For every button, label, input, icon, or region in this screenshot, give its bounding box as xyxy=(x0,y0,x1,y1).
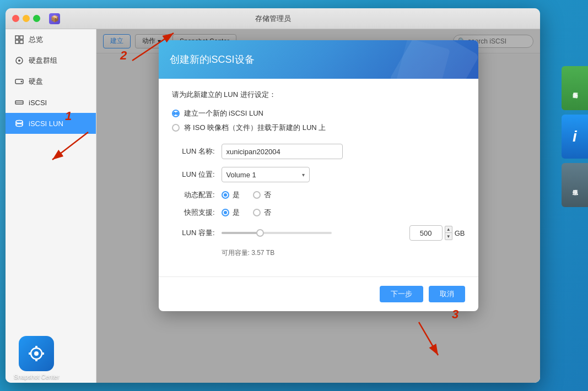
dialog-subtitle: 请为此新建立的 LUN 进行设定： xyxy=(172,90,465,100)
close-button[interactable] xyxy=(12,15,19,22)
snapshot-center-icon-img xyxy=(19,336,54,371)
radio-new-lun[interactable]: 建立一个新的 iSCSI LUN xyxy=(172,108,465,118)
title-bar: 📦 存储管理员 xyxy=(6,8,540,29)
svg-rect-2 xyxy=(15,40,19,44)
dynamic-alloc-row: 动态配置: 是 否 xyxy=(172,190,465,200)
sidebar-item-iscsi[interactable]: iSCSI xyxy=(6,92,96,113)
app-title: 存储管理员 xyxy=(255,14,291,24)
available-capacity-hint: 可用容量: 3.57 TB xyxy=(222,248,465,258)
lun-location-label: LUN 位置: xyxy=(172,170,222,180)
snapshot-no-option[interactable]: 否 xyxy=(253,208,271,218)
radio-new-lun-circle xyxy=(172,110,180,117)
snapshot-center-desktop-icon[interactable]: Snapshot Center xyxy=(14,336,60,380)
lun-name-label: LUN 名称: xyxy=(172,146,222,156)
svg-point-13 xyxy=(16,124,23,127)
svg-point-21 xyxy=(34,351,39,356)
sidebar-disk-group-label: 硬盘群组 xyxy=(29,56,57,66)
lun-capacity-slider-container xyxy=(222,232,409,234)
annotation-arrow-2 xyxy=(121,28,187,72)
dialog-body: 请为此新建立的 LUN 进行设定： 建立一个新的 iSCSI LUN xyxy=(159,79,478,271)
annotation-arrow-3 xyxy=(408,317,479,366)
dynamic-alloc-radio-group: 是 否 xyxy=(222,190,271,200)
dynamic-yes-radio xyxy=(222,191,229,199)
snapshot-yes-label: 是 xyxy=(233,208,240,218)
iscsi-lun-icon xyxy=(14,118,24,128)
dynamic-yes-label: 是 xyxy=(233,190,240,200)
radio-iso-mount-circle xyxy=(172,124,180,132)
dialog-header: 创建新的iSCSI设备 xyxy=(159,40,478,79)
sidebar-disk-label: 硬盘 xyxy=(29,77,43,86)
sidebar-iscsi-label: iSCSI xyxy=(29,99,47,107)
lun-location-row: LUN 位置: Volume 1 ▾ xyxy=(172,167,465,182)
snapshot-no-radio xyxy=(253,209,261,216)
spinner-buttons: ▲ ▼ xyxy=(445,226,452,240)
sidebar-item-disk[interactable]: 硬盘 xyxy=(6,71,96,92)
dynamic-alloc-label: 动态配置: xyxy=(172,190,222,200)
iscsi-icon xyxy=(14,97,24,107)
svg-rect-25 xyxy=(41,352,44,355)
lun-capacity-row: LUN 容量: ▲ ▼ xyxy=(172,225,465,241)
spinner-up-button[interactable]: ▲ xyxy=(445,226,452,233)
backup-icon: 备份与还原 xyxy=(562,66,588,110)
snapshot-support-label: 快照支援: xyxy=(172,208,222,218)
sidebar-item-overview[interactable]: 总览 xyxy=(6,29,96,50)
annotation-label-3: 3 xyxy=(452,307,458,322)
cancel-button[interactable]: 取消 xyxy=(429,286,465,302)
maximize-button[interactable] xyxy=(33,15,40,22)
minimize-button[interactable] xyxy=(23,15,30,22)
lun-name-input[interactable] xyxy=(222,144,343,159)
snapshot-no-label: 否 xyxy=(264,208,271,218)
svg-rect-23 xyxy=(35,359,37,361)
capacity-unit: GB xyxy=(455,229,465,237)
traffic-lights xyxy=(12,15,40,22)
radio-iso-mount[interactable]: 将 ISO 映像档（文件）挂载于新建的 LUN 上 xyxy=(172,123,465,133)
lun-name-row: LUN 名称: xyxy=(172,144,465,159)
svg-rect-3 xyxy=(20,40,23,44)
lun-capacity-label: LUN 容量: xyxy=(172,228,222,238)
right-side-icons: 备份与还原 i 系统信息 xyxy=(562,66,588,207)
annotation-label-2: 2 xyxy=(120,48,127,63)
dynamic-yes-option[interactable]: 是 xyxy=(222,190,240,200)
overview-icon xyxy=(14,35,24,45)
dynamic-no-option[interactable]: 否 xyxy=(253,190,271,200)
snapshot-yes-radio xyxy=(222,209,229,216)
snapshot-yes-option[interactable]: 是 xyxy=(222,208,240,218)
system-icon: 系统信息 xyxy=(562,163,588,207)
svg-line-17 xyxy=(132,33,174,61)
annotation-arrow-1 xyxy=(44,121,110,176)
svg-rect-22 xyxy=(35,346,37,349)
lun-capacity-slider-track[interactable] xyxy=(222,232,332,234)
sidebar-overview-label: 总览 xyxy=(29,35,43,45)
snapshot-support-row: 快照支援: 是 否 xyxy=(172,208,465,218)
sidebar: 总览 硬盘群组 硬盘 iSCSI xyxy=(6,29,96,383)
slider-fill xyxy=(222,232,260,234)
disk-icon xyxy=(14,77,24,86)
create-iscsi-dialog: 创建新的iSCSI设备 请为此新建立的 LUN 进行设定： 建立一个新的 iSC… xyxy=(159,40,478,311)
lun-type-radio-group: 建立一个新的 iSCSI LUN 将 ISO 映像档（文件）挂载于新建的 LUN… xyxy=(172,108,465,133)
lun-location-select[interactable]: Volume 1 ▾ xyxy=(222,167,310,182)
select-dropdown-icon: ▾ xyxy=(302,172,305,178)
radio-new-lun-label: 建立一个新的 iSCSI LUN xyxy=(184,108,263,118)
spinner-down-button[interactable]: ▼ xyxy=(445,233,452,240)
slider-thumb[interactable] xyxy=(256,229,264,237)
lun-capacity-input[interactable] xyxy=(409,225,443,241)
svg-rect-0 xyxy=(15,36,19,39)
disk-group-icon xyxy=(14,56,24,66)
svg-point-7 xyxy=(21,81,23,83)
svg-rect-1 xyxy=(20,36,23,39)
sidebar-item-disk-group[interactable]: 硬盘群组 xyxy=(6,50,96,71)
radio-iso-mount-label: 将 ISO 映像档（文件）挂载于新建的 LUN 上 xyxy=(184,123,326,133)
dialog-footer: 下一步 取消 xyxy=(159,276,478,311)
svg-point-10 xyxy=(16,121,23,123)
svg-line-15 xyxy=(52,132,88,160)
annotation-label-1: 1 xyxy=(65,109,72,123)
dynamic-no-label: 否 xyxy=(264,190,271,200)
next-button[interactable]: 下一步 xyxy=(380,286,423,302)
snapshot-center-label: Snapshot Center xyxy=(14,373,60,380)
slider-value-box: ▲ ▼ GB xyxy=(409,225,465,241)
snapshot-support-radio-group: 是 否 xyxy=(222,208,271,218)
dynamic-no-radio xyxy=(253,191,261,199)
info-icon: i xyxy=(562,115,588,159)
svg-rect-24 xyxy=(29,352,31,355)
svg-point-5 xyxy=(18,59,20,62)
